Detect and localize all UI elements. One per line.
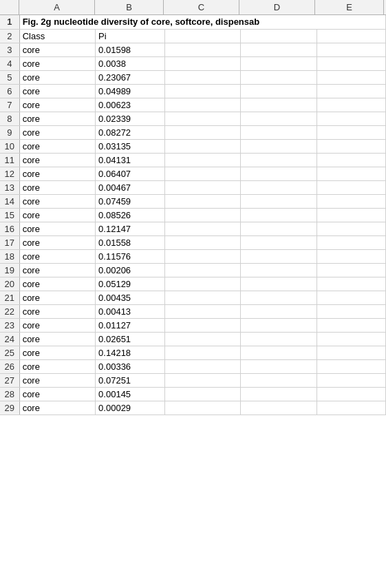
cell-e[interactable] [317,235,385,249]
cell-e[interactable] [317,139,385,153]
table-row[interactable]: 21core0.00435 [0,291,386,304]
cell-c[interactable] [164,291,240,304]
cell-a[interactable]: core [19,387,95,401]
cell-d[interactable] [241,304,317,318]
table-row[interactable]: 16core0.12147 [0,222,386,235]
cell-e[interactable] [317,70,385,84]
cell-c[interactable] [164,98,240,112]
cell-a[interactable]: core [19,56,95,70]
cell-e[interactable] [317,387,385,401]
cell-e[interactable] [317,346,385,359]
cell-c[interactable] [164,359,240,373]
cell-d[interactable] [241,332,317,346]
cell-a[interactable]: core [19,346,95,359]
cell-b[interactable]: 0.00435 [96,291,164,304]
cell-e[interactable] [317,208,385,222]
cell-d[interactable] [241,70,317,84]
cell-e[interactable] [317,180,385,194]
cell-b[interactable]: 0.00029 [96,401,164,414]
table-row[interactable]: 26core0.00336 [0,359,386,373]
cell-b[interactable]: 0.12147 [96,222,164,235]
cell-e[interactable] [317,29,385,43]
cell-d[interactable] [241,401,317,414]
cell-b[interactable]: 0.00467 [96,180,164,194]
col-header-c[interactable]: C [164,0,239,14]
cell-b[interactable]: 0.00623 [96,98,164,112]
table-row[interactable]: 25core0.14218 [0,346,386,359]
cell-d[interactable] [241,318,317,332]
cell-b[interactable]: 0.08272 [96,125,164,139]
cell-d[interactable] [241,112,317,125]
cell-d[interactable] [241,43,317,56]
cell-e[interactable] [317,222,385,235]
table-row[interactable]: 8core0.02339 [0,112,386,125]
cell-a[interactable]: core [19,139,95,153]
cell-a[interactable]: core [19,304,95,318]
cell-a[interactable]: core [19,277,95,291]
table-row[interactable]: 19core0.00206 [0,263,386,277]
cell-e[interactable] [317,291,385,304]
cell-d[interactable] [241,194,317,208]
cell-c[interactable] [164,373,240,387]
cell-b[interactable]: 0.08526 [96,208,164,222]
table-row[interactable]: 7core0.00623 [0,98,386,112]
cell-b[interactable]: 0.04989 [96,84,164,98]
cell-b[interactable]: 0.0038 [96,56,164,70]
table-row[interactable]: 22core0.00413 [0,304,386,318]
cell-e[interactable] [317,359,385,373]
cell-e[interactable] [317,249,385,263]
cell-b[interactable]: 0.02651 [96,332,164,346]
cell-e[interactable] [317,98,385,112]
cell-d[interactable] [241,153,317,167]
cell-e[interactable] [317,43,385,56]
cell-e[interactable] [317,84,385,98]
cell-c[interactable] [164,70,240,84]
cell-d[interactable] [241,373,317,387]
table-row[interactable]: 2ClassPi [0,29,386,43]
cell-e[interactable] [317,153,385,167]
cell-a[interactable]: core [19,291,95,304]
cell-c[interactable] [164,304,240,318]
cell-b[interactable]: 0.01598 [96,43,164,56]
table-row[interactable]: 27core0.07251 [0,373,386,387]
cell-b[interactable]: 0.23067 [96,70,164,84]
cell-e[interactable] [317,56,385,70]
cell-c[interactable] [164,194,240,208]
col-header-e[interactable]: E [315,0,384,14]
cell-b[interactable]: 0.14218 [96,346,164,359]
cell-a[interactable]: core [19,167,95,180]
cell-c[interactable] [164,277,240,291]
cell-a[interactable]: core [19,98,95,112]
cell-c[interactable] [164,401,240,414]
cell-a[interactable]: core [19,70,95,84]
cell-c[interactable] [164,125,240,139]
table-row[interactable]: 28core0.00145 [0,387,386,401]
cell-b[interactable]: 0.05129 [96,277,164,291]
cell-e[interactable] [317,125,385,139]
cell-b[interactable]: 0.00336 [96,359,164,373]
cell-c[interactable] [164,346,240,359]
cell-d[interactable] [241,167,317,180]
cell-c[interactable] [164,180,240,194]
cell-c[interactable] [164,56,240,70]
table-row[interactable]: 11core0.04131 [0,153,386,167]
cell-d[interactable] [241,359,317,373]
cell-a[interactable]: core [19,194,95,208]
table-row[interactable]: 18core0.11576 [0,249,386,263]
cell-c[interactable] [164,139,240,153]
table-row[interactable]: 13core0.00467 [0,180,386,194]
cell-d[interactable] [241,222,317,235]
cell-e[interactable] [317,373,385,387]
cell-e[interactable] [317,277,385,291]
table-row[interactable]: 3core0.01598 [0,43,386,56]
cell-a[interactable]: core [19,401,95,414]
cell-d[interactable] [241,235,317,249]
col-header-b[interactable]: B [95,0,164,14]
cell-c[interactable] [164,332,240,346]
cell-d[interactable] [241,277,317,291]
cell-c[interactable] [164,43,240,56]
cell-d[interactable] [241,387,317,401]
cell-a[interactable]: core [19,43,95,56]
cell-c[interactable] [164,29,240,43]
cell-c[interactable] [164,318,240,332]
